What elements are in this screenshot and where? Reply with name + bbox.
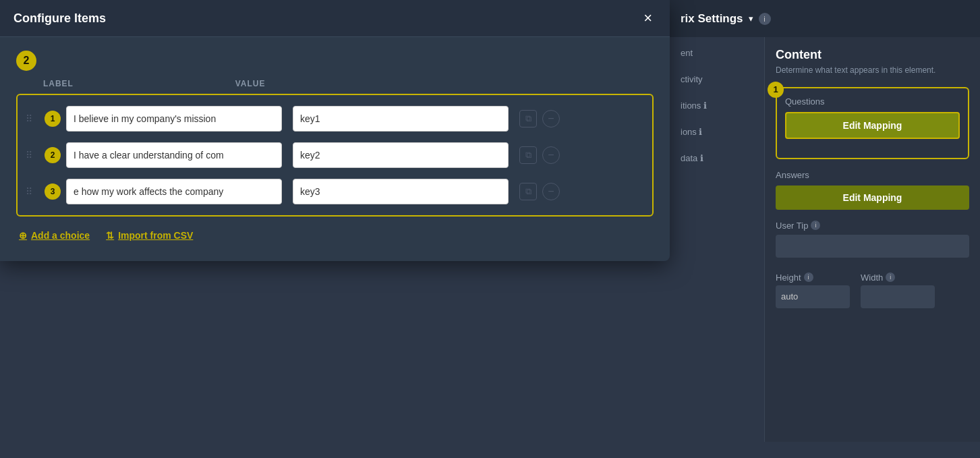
app-info-badge: i [759,13,771,25]
user-tip-label: User Tip i [776,221,969,231]
height-input[interactable] [776,285,850,308]
copy-button-1[interactable]: ⧉ [519,110,537,127]
value-column-header: VALUE [235,79,266,88]
width-group: Width i [861,273,935,308]
left-panel-item-5: data ℹ [681,153,753,163]
edit-mapping-questions-button[interactable]: Edit Mapping [785,112,960,139]
configure-items-modal: Configure Items × 2 LABEL VALUE ⠿ 1 [0,0,670,458]
label-input-1[interactable] [66,106,282,132]
modal-dialog: Configure Items × 2 LABEL VALUE ⠿ 1 [0,0,670,261]
drag-handle-icon[interactable]: ⠿ [26,150,39,161]
table-row: ⠿ 3 ⧉ − [18,173,652,210]
left-panel-item-4: ions ℹ [681,127,753,137]
left-panel-item-2: ctivity [681,74,753,84]
add-choice-button[interactable]: ⊕ Add a choice [19,230,90,241]
height-group: Height i [776,273,850,308]
remove-icon: − [548,149,554,161]
height-label: Height i [776,273,850,283]
label-input-3[interactable] [66,179,282,204]
modal-title: Configure Items [13,11,106,26]
row-number-1: 1 [45,111,61,127]
content-title: Content [776,48,969,62]
app-title: rix Settings [681,12,743,26]
copy-icon: ⧉ [525,150,531,161]
left-panel-item-1: ent [681,48,753,58]
row-actions-3: ⧉ − [519,183,560,200]
row-number-3: 3 [45,183,61,200]
copy-button-2[interactable]: ⧉ [519,146,537,164]
content-description: Determine what text appears in this elem… [776,65,969,76]
step-2-badge: 2 [16,51,36,71]
row-number-2: 2 [45,147,61,163]
value-input-3[interactable] [293,179,509,204]
table-row: ⠿ 1 ⧉ − [18,101,652,137]
row-actions-1: ⧉ − [519,110,560,127]
left-panel: ent ctivity itions ℹ ions ℹ data ℹ [670,37,764,442]
add-choice-label: Add a choice [31,230,90,241]
drag-handle-icon[interactable]: ⠿ [26,186,39,197]
modal-header: Configure Items × [0,0,670,37]
remove-button-1[interactable]: − [542,110,560,127]
row-actions-2: ⧉ − [519,146,560,164]
step-1-badge: 1 [768,82,784,98]
width-label: Width i [861,273,935,283]
table-row: ⠿ 2 ⧉ − [18,137,652,173]
label-input-2[interactable] [66,142,282,168]
drag-handle-icon[interactable]: ⠿ [26,113,39,124]
copy-icon: ⧉ [525,113,531,124]
value-input-1[interactable] [293,106,509,132]
remove-button-2[interactable]: − [542,146,560,164]
app-header: rix Settings ▾ i [670,0,980,37]
edit-mapping-answers-button[interactable]: Edit Mapping [776,185,969,210]
modal-close-button[interactable]: × [639,9,656,27]
copy-button-3[interactable]: ⧉ [519,183,537,200]
width-input[interactable] [861,285,935,308]
height-info-icon: i [804,273,813,282]
modal-body: 2 LABEL VALUE ⠿ 1 ⧉ [0,37,670,261]
bottom-actions: ⊕ Add a choice ⇅ Import from CSV [16,230,654,241]
label-column-header: LABEL [43,79,74,88]
user-tip-input[interactable] [776,235,969,258]
import-icon: ⇅ [106,230,114,241]
chevron-down-icon: ▾ [749,13,753,24]
content-section: Content Determine what text appears in t… [764,37,980,442]
answers-label: Answers [776,170,969,180]
remove-button-3[interactable]: − [542,183,560,200]
remove-icon: − [548,113,554,125]
remove-icon: − [548,185,554,198]
copy-icon: ⧉ [525,186,531,197]
import-csv-label: Import from CSV [118,230,193,241]
value-input-2[interactable] [293,142,509,168]
user-tip-info-icon: i [811,221,820,230]
add-icon: ⊕ [19,230,27,241]
items-container: ⠿ 1 ⧉ − ⠿ 2 [16,94,654,217]
table-header: LABEL VALUE [16,79,654,94]
import-csv-button[interactable]: ⇅ Import from CSV [106,230,193,241]
questions-section: 1 Questions Edit Mapping [776,87,969,159]
left-panel-item-3: itions ℹ [681,101,753,111]
questions-label: Questions [785,96,960,107]
width-info-icon: i [886,273,895,282]
height-width-row: Height i Width i [776,273,969,308]
